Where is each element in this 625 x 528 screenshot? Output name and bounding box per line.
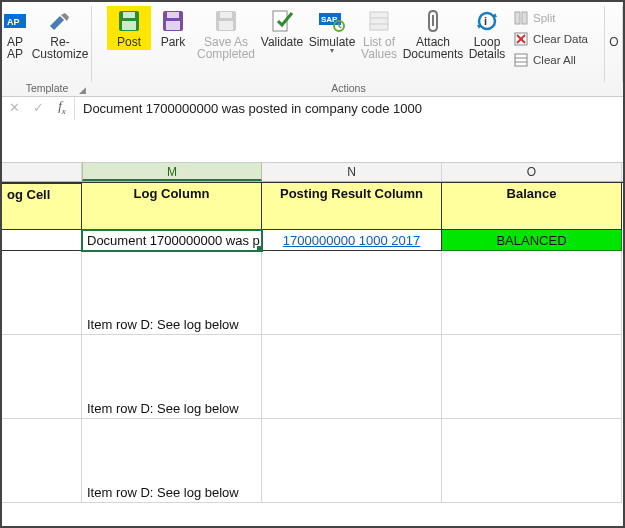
save-completed-label: Save As Completed: [197, 36, 255, 60]
formula-bar-content[interactable]: Document 1700000000 was posted in compan…: [74, 97, 623, 120]
save-completed-button[interactable]: Save As Completed: [195, 6, 257, 62]
ribbon-group-template: AP AP AP Re- Customize Template ◢: [2, 2, 92, 96]
fx-icon[interactable]: fx: [54, 98, 70, 116]
clear-all-button[interactable]: Clear All: [513, 50, 588, 70]
park-button[interactable]: Park: [151, 6, 195, 50]
post-button[interactable]: Post: [107, 6, 151, 50]
cancel-x-icon[interactable]: ✕: [6, 100, 22, 115]
sap-sublabel: AP: [7, 48, 23, 60]
table-row: Item row D: See log below: [2, 251, 623, 335]
svg-rect-7: [166, 21, 180, 30]
cell-empty[interactable]: [442, 419, 622, 503]
formula-bar: ✕ ✓ fx Document 1700000000 was posted in…: [2, 97, 623, 163]
svg-rect-10: [219, 21, 233, 30]
cell-empty[interactable]: [442, 251, 622, 335]
tools-icon: [46, 8, 74, 34]
overflow-label: O: [609, 36, 618, 48]
ribbon-toolbar: AP AP AP Re- Customize Template ◢ Post: [2, 2, 623, 97]
save-completed-icon: [212, 8, 240, 34]
group-label-actions: Actions: [92, 82, 605, 96]
clear-stack: Split Clear Data Clear All: [509, 6, 590, 70]
cell-stub[interactable]: [2, 419, 82, 503]
table-header-row: og Cell Log Column Posting Result Column…: [2, 182, 623, 230]
save-park-icon: [159, 8, 187, 34]
svg-rect-15: [370, 12, 388, 30]
table-row: Document 1700000000 was p 1700000000 100…: [2, 230, 623, 251]
cell-empty[interactable]: [262, 419, 442, 503]
simulate-button[interactable]: SAP Simulate ▾: [307, 6, 357, 56]
ribbon-group-cut: O: [605, 2, 623, 96]
cell-posting-link[interactable]: 1700000000 1000 2017: [262, 230, 442, 251]
svg-text:i: i: [484, 15, 487, 27]
svg-rect-6: [167, 12, 179, 18]
cell-stub[interactable]: [2, 335, 82, 419]
recustomize-label: Re- Customize: [32, 36, 89, 60]
header-stub[interactable]: og Cell: [2, 183, 82, 230]
recustomize-button[interactable]: Re- Customize: [28, 6, 92, 62]
table-row: Item row D: See log below: [2, 335, 623, 419]
svg-text:AP: AP: [7, 17, 20, 27]
accept-check-icon[interactable]: ✓: [30, 100, 46, 115]
cell-log[interactable]: Item row D: See log below: [82, 335, 262, 419]
svg-rect-20: [515, 12, 520, 24]
formula-bar-buttons: ✕ ✓ fx: [2, 97, 74, 117]
col-header-n[interactable]: N: [262, 163, 442, 181]
table-row: Item row D: See log below: [2, 419, 623, 503]
header-log-column[interactable]: Log Column: [82, 183, 262, 230]
svg-rect-25: [515, 54, 527, 66]
col-header-m[interactable]: M: [82, 163, 262, 181]
header-balance[interactable]: Balance: [442, 183, 622, 230]
post-label: Post: [117, 36, 141, 48]
ribbon-group-actions: Post Park Save As Completed Validate: [92, 2, 605, 96]
clear-all-icon: [513, 52, 529, 68]
cell-stub[interactable]: [2, 230, 82, 251]
paperclip-icon: [419, 8, 447, 34]
loop-details-button[interactable]: i Loop Details: [465, 6, 509, 62]
park-label: Park: [161, 36, 186, 48]
list-values-label: List of Values: [361, 36, 397, 60]
loop-icon: i: [473, 8, 501, 34]
split-label: Split: [533, 12, 555, 24]
loop-details-label: Loop Details: [469, 36, 506, 60]
save-post-icon: [115, 8, 143, 34]
sap-goto-button[interactable]: AP AP AP: [2, 6, 28, 62]
overflow-o-button[interactable]: O: [605, 6, 623, 50]
svg-rect-9: [220, 12, 232, 18]
col-header-stub[interactable]: [2, 163, 82, 181]
clear-data-button[interactable]: Clear Data: [513, 29, 588, 49]
cell-log[interactable]: Item row D: See log below: [82, 251, 262, 335]
list-values-button[interactable]: List of Values: [357, 6, 401, 62]
sap-icon: AP: [1, 8, 29, 34]
col-header-o[interactable]: O: [442, 163, 622, 181]
header-posting-result[interactable]: Posting Result Column: [262, 183, 442, 230]
cell-empty[interactable]: [262, 251, 442, 335]
dialog-launcher-icon[interactable]: ◢: [79, 85, 89, 95]
validate-label: Validate: [261, 36, 303, 48]
list-values-icon: [365, 8, 393, 34]
attach-docs-label: Attach Documents: [403, 36, 464, 60]
cell-empty[interactable]: [442, 335, 622, 419]
split-button[interactable]: Split: [513, 8, 588, 28]
simulate-icon: SAP: [318, 8, 346, 34]
validate-button[interactable]: Validate: [257, 6, 307, 50]
svg-rect-21: [522, 12, 527, 24]
column-headers: M N O: [2, 163, 623, 182]
validate-icon: [268, 8, 296, 34]
cell-empty[interactable]: [262, 335, 442, 419]
spreadsheet-grid: M N O og Cell Log Column Posting Result …: [2, 163, 623, 503]
clear-data-label: Clear Data: [533, 33, 588, 45]
svg-rect-3: [123, 12, 135, 18]
clear-all-label: Clear All: [533, 54, 576, 66]
cell-stub[interactable]: [2, 251, 82, 335]
clear-data-icon: [513, 31, 529, 47]
attach-documents-button[interactable]: Attach Documents: [401, 6, 465, 62]
chevron-down-icon: ▾: [330, 48, 334, 54]
cell-log[interactable]: Document 1700000000 was p: [82, 230, 262, 251]
split-icon: [513, 10, 529, 26]
cell-log[interactable]: Item row D: See log below: [82, 419, 262, 503]
cell-balance[interactable]: BALANCED: [442, 230, 622, 251]
svg-rect-4: [122, 21, 136, 30]
